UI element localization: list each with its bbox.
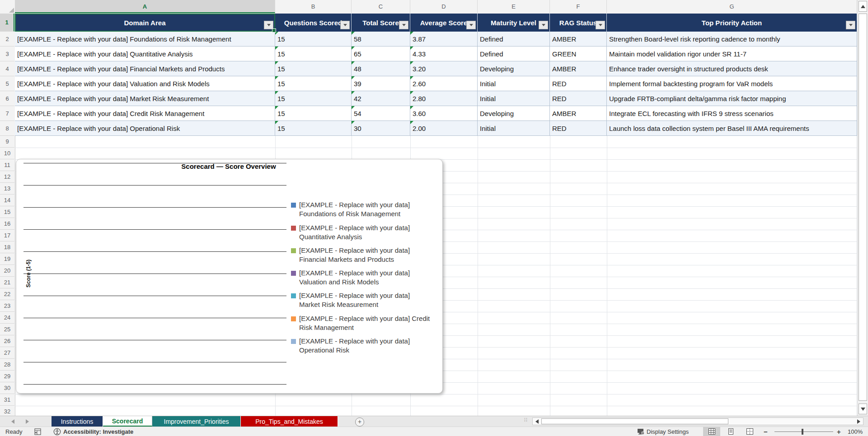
row-number-1[interactable]: 1 xyxy=(0,14,14,32)
filter-button[interactable] xyxy=(466,21,476,29)
table-cell[interactable]: 54 xyxy=(352,106,410,121)
sheet-tab-scorecard[interactable]: Scorecard xyxy=(103,416,152,427)
zoom-level-button[interactable]: 100% xyxy=(848,427,863,436)
row-number-14[interactable]: 14 xyxy=(0,195,14,206)
scroll-right-button[interactable] xyxy=(855,418,863,424)
row-number-8[interactable]: 8 xyxy=(0,121,14,136)
row-number-24[interactable]: 24 xyxy=(0,312,14,324)
sheet-tab-instructions[interactable]: Instructions xyxy=(52,416,103,427)
row-number-31[interactable]: 31 xyxy=(0,394,14,406)
accessibility-checker-button[interactable]: Accessibility: Investigate xyxy=(53,427,133,436)
table-cell[interactable]: 65 xyxy=(352,46,410,61)
table-cell[interactable]: [EXAMPLE - Replace with your data] Marke… xyxy=(15,91,275,106)
filter-button[interactable] xyxy=(399,21,408,29)
table-cell[interactable]: [EXAMPLE - Replace with your data] Opera… xyxy=(15,121,275,136)
zoom-slider-thumb[interactable] xyxy=(802,429,803,435)
column-letter-F[interactable]: F xyxy=(550,0,607,13)
table-cell[interactable]: Integrate ECL forecasting with IFRS 9 st… xyxy=(607,106,857,121)
column-letter-D[interactable]: D xyxy=(410,0,478,13)
table-cell[interactable]: 42 xyxy=(352,91,410,106)
table-cell[interactable]: Implement formal backtesting program for… xyxy=(607,76,857,91)
table-cell[interactable]: 15 xyxy=(275,121,352,136)
normal-view-button[interactable] xyxy=(703,427,720,436)
sheet-tab-pro_tips_and_mistakes[interactable]: Pro_Tips_and_Mistakes xyxy=(241,416,338,427)
row-number-7[interactable]: 7 xyxy=(0,106,14,121)
row-number-21[interactable]: 21 xyxy=(0,277,14,288)
table-cell[interactable]: [EXAMPLE - Replace with your data] Valua… xyxy=(15,76,275,91)
row-number-23[interactable]: 23 xyxy=(0,300,14,312)
column-header-6[interactable]: Top Priority Action xyxy=(607,14,857,32)
table-cell[interactable]: Strengthen Board-level risk reporting ca… xyxy=(607,32,857,46)
row-number-25[interactable]: 25 xyxy=(0,324,14,335)
table-cell[interactable]: Maintain model validation rigor under SR… xyxy=(607,46,857,61)
table-cell[interactable]: 4.33 xyxy=(410,46,478,61)
table-cell[interactable]: RED xyxy=(550,91,607,106)
table-cell[interactable]: RED xyxy=(550,121,607,136)
table-cell[interactable]: 2.00 xyxy=(410,121,478,136)
table-cell[interactable]: Upgrade FRTB-compliant delta/gamma risk … xyxy=(607,91,857,106)
row-number-12[interactable]: 12 xyxy=(0,171,14,183)
column-letter-G[interactable]: G xyxy=(607,0,857,13)
scrollbar-resize-handle[interactable]: ⁞⁞ xyxy=(524,418,528,422)
filter-button[interactable] xyxy=(596,21,605,29)
zoom-out-button[interactable]: − xyxy=(764,427,768,436)
table-cell[interactable]: Enhance trader oversight in structured p… xyxy=(607,61,857,76)
filter-button[interactable] xyxy=(264,21,273,29)
table-cell[interactable]: 3.20 xyxy=(410,61,478,76)
column-header-2[interactable]: Total Score xyxy=(352,14,410,32)
zoom-slider[interactable] xyxy=(774,431,833,432)
score-overview-chart[interactable]: Scorecard — Score Overview Score (1-5) [… xyxy=(16,159,443,394)
row-number-16[interactable]: 16 xyxy=(0,218,14,230)
table-cell[interactable]: Initial xyxy=(478,121,550,136)
row-number-4[interactable]: 4 xyxy=(0,61,14,76)
row-number-28[interactable]: 28 xyxy=(0,359,14,371)
table-cell[interactable]: Developing xyxy=(478,61,550,76)
vertical-scrollbar-thumb[interactable] xyxy=(859,14,867,401)
row-number-26[interactable]: 26 xyxy=(0,335,14,347)
table-cell[interactable]: [EXAMPLE - Replace with your data] Finan… xyxy=(15,61,275,76)
table-cell[interactable]: AMBER xyxy=(550,61,607,76)
row-number-9[interactable]: 9 xyxy=(0,136,14,148)
table-cell[interactable]: RED xyxy=(550,76,607,91)
column-letter-A[interactable]: A xyxy=(15,0,275,13)
zoom-in-button[interactable]: + xyxy=(837,427,841,436)
table-cell[interactable]: 3.60 xyxy=(410,106,478,121)
table-cell[interactable]: 2.80 xyxy=(410,91,478,106)
table-cell[interactable]: 15 xyxy=(275,76,352,91)
column-header-5[interactable]: RAG Status xyxy=(550,14,607,32)
table-cell[interactable]: Initial xyxy=(478,91,550,106)
row-number-6[interactable]: 6 xyxy=(0,91,14,106)
row-number-17[interactable]: 17 xyxy=(0,230,14,241)
row-number-3[interactable]: 3 xyxy=(0,46,14,61)
scroll-left-button[interactable] xyxy=(533,418,541,424)
table-cell[interactable]: [EXAMPLE - Replace with your data] Quant… xyxy=(15,46,275,61)
add-sheet-button[interactable]: + xyxy=(355,417,364,427)
table-cell[interactable]: 15 xyxy=(275,106,352,121)
filter-button[interactable] xyxy=(340,21,350,29)
table-cell[interactable]: GREEN xyxy=(550,46,607,61)
table-cell[interactable]: AMBER xyxy=(550,106,607,121)
table-cell[interactable]: 15 xyxy=(275,46,352,61)
row-number-29[interactable]: 29 xyxy=(0,371,14,382)
horizontal-scrollbar[interactable] xyxy=(532,417,863,425)
filter-button[interactable] xyxy=(539,21,548,29)
table-cell[interactable]: Launch loss data collection system per B… xyxy=(607,121,857,136)
column-letter-E[interactable]: E xyxy=(478,0,550,13)
row-number-2[interactable]: 2 xyxy=(0,32,14,46)
table-cell[interactable]: AMBER xyxy=(550,32,607,46)
row-number-11[interactable]: 11 xyxy=(0,159,14,171)
horizontal-scrollbar-thumb[interactable] xyxy=(541,418,728,424)
table-cell[interactable]: 48 xyxy=(352,61,410,76)
scroll-down-button[interactable] xyxy=(859,404,867,414)
column-header-0[interactable]: Domain Area xyxy=(15,14,275,32)
table-cell[interactable]: [EXAMPLE - Replace with your data] Credi… xyxy=(15,106,275,121)
column-header-4[interactable]: Maturity Level xyxy=(478,14,550,32)
display-settings-button[interactable]: Display Settings xyxy=(637,427,689,436)
table-cell[interactable]: Defined xyxy=(478,32,550,46)
row-number-20[interactable]: 20 xyxy=(0,265,14,277)
row-number-15[interactable]: 15 xyxy=(0,206,14,218)
table-cell[interactable]: 30 xyxy=(352,121,410,136)
filter-button[interactable] xyxy=(846,21,855,29)
table-cell[interactable]: 39 xyxy=(352,76,410,91)
table-cell[interactable]: Developing xyxy=(478,106,550,121)
